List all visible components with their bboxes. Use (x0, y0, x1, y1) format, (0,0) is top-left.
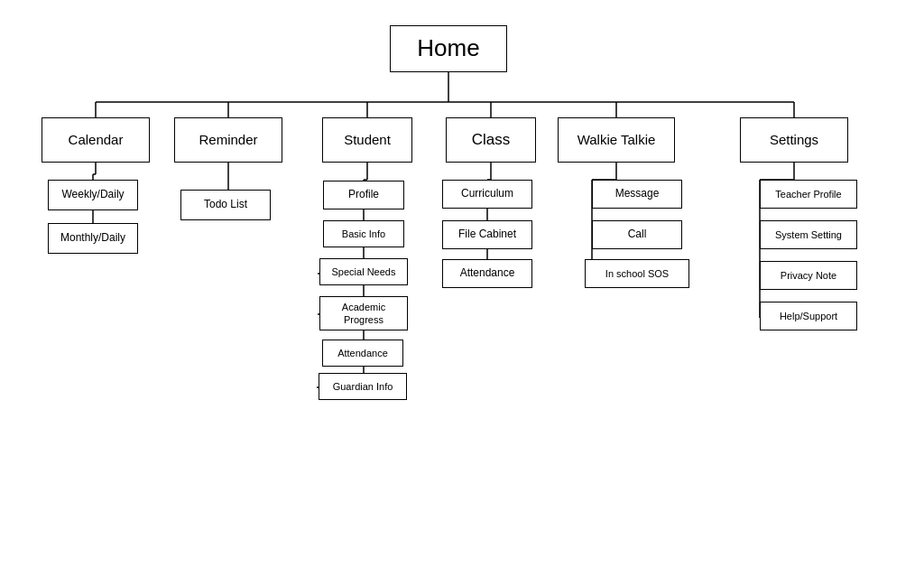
in-school-sos-node[interactable]: In school SOS (585, 259, 689, 288)
home-node[interactable]: Home (390, 25, 507, 72)
privacy-note-node[interactable]: Privacy Note (760, 261, 857, 290)
class-node[interactable]: Class (446, 117, 536, 163)
calendar-node[interactable]: Calendar (42, 117, 150, 163)
guardian-info-node[interactable]: Guardian Info (319, 373, 407, 400)
walkie-talkie-node[interactable]: Walkie Talkie (558, 117, 675, 163)
reminder-node[interactable]: Reminder (174, 117, 282, 163)
curriculum-node[interactable]: Curriculum (442, 180, 532, 209)
message-node[interactable]: Message (592, 180, 682, 209)
system-setting-node[interactable]: System Setting (760, 220, 857, 249)
student-node[interactable]: Student (322, 117, 412, 163)
weekly-daily-node[interactable]: Weekly/Daily (48, 180, 138, 210)
tree-container: Home Calendar Reminder Student Class Wal… (0, 0, 924, 577)
attendance-student-node[interactable]: Attendance (322, 340, 403, 367)
file-cabinet-node[interactable]: File Cabinet (442, 220, 532, 249)
help-support-node[interactable]: Help/Support (760, 302, 857, 330)
monthly-daily-node[interactable]: Monthly/Daily (48, 223, 138, 254)
call-node[interactable]: Call (592, 220, 682, 249)
todo-list-node[interactable]: Todo List (180, 190, 271, 220)
attendance-class-node[interactable]: Attendance (442, 259, 532, 288)
profile-node[interactable]: Profile (323, 181, 404, 209)
settings-node[interactable]: Settings (740, 117, 848, 163)
special-needs-node[interactable]: Special Needs (319, 258, 408, 285)
teacher-profile-node[interactable]: Teacher Profile (760, 180, 857, 209)
basic-info-node[interactable]: Basic Info (323, 220, 404, 247)
academic-progress-node[interactable]: AcademicProgress (319, 296, 408, 330)
